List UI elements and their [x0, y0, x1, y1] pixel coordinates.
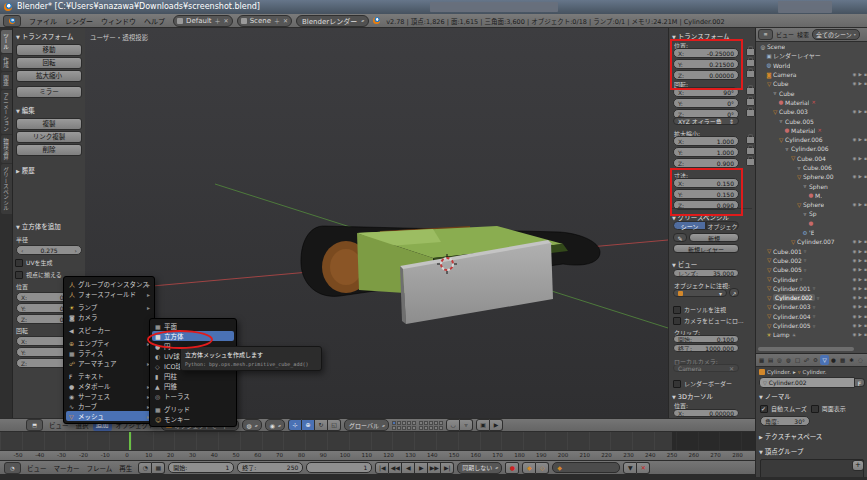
restriction-toggles[interactable]: ◉ ▶ ▪ [853, 249, 867, 254]
properties-tab[interactable]: ● [829, 355, 838, 365]
tool-shelf-tab[interactable]: ツール [1, 30, 12, 53]
lock-icon[interactable] [746, 158, 755, 166]
play-reverse-button[interactable]: ◀ [402, 462, 415, 474]
outliner-row[interactable]: ◎ Scene ✕ ◉ ▶ ▪ [756, 42, 867, 51]
next-keyframe-button[interactable]: ▶▶ [428, 462, 441, 474]
add-menu-item[interactable]: ▦ ラティス ▸ [66, 348, 152, 358]
timeline-menu[interactable]: マーカー [51, 463, 83, 473]
lens-field[interactable]: レンズ: 35.000 [673, 269, 739, 277]
tool-shelf-tab[interactable]: グリースペンシル [1, 164, 12, 214]
selectable-icon[interactable]: ▶ [858, 202, 861, 207]
lock-icon[interactable] [746, 70, 755, 78]
outliner-row[interactable]: ● ✕ ◉ ▶ ▪ [756, 219, 867, 228]
fake-user-button[interactable]: F [855, 378, 865, 387]
selectable-icon[interactable]: ▶ [858, 174, 861, 179]
eye-icon[interactable]: ◉ [853, 239, 857, 244]
selectable-icon[interactable]: ▶ [858, 239, 861, 244]
delete-keyframe-icon[interactable]: ✕ [637, 462, 650, 474]
properties-tab[interactable]: □ [793, 355, 802, 365]
outliner-row[interactable]: ▿ Sp ✕ ◉ ▶ ▪ [756, 209, 867, 218]
frame-end-field[interactable]: 終了: 250 [237, 462, 303, 473]
jump-to-start-button[interactable]: |◀ [375, 462, 389, 474]
tool-button[interactable]: 回転 [16, 57, 82, 69]
restriction-toggles[interactable]: ◉ ▶ ▪ [853, 304, 867, 309]
timeline-menu[interactable]: フレーム [84, 463, 116, 473]
preview-range-icon[interactable]: ◔ [138, 462, 152, 474]
layers-grid[interactable] [392, 421, 416, 430]
outliner-row[interactable]: ▽ Cube.004 ✕ ◉ ▶ ▪ [756, 154, 867, 163]
outliner-editor-icon[interactable]: ≡ [758, 29, 773, 40]
rotation-field[interactable]: Y:0° [673, 98, 739, 108]
scale-field[interactable]: X:1.000 [673, 136, 739, 146]
tool-button[interactable]: 削除 [16, 144, 82, 156]
play-button[interactable]: ▶ [415, 462, 428, 474]
outliner-row[interactable]: ▽ Cylinder.007 ✕ ◉ ▶ ▪ [756, 237, 867, 246]
keying-set-field[interactable]: ◆ [552, 462, 620, 473]
properties-tab[interactable]: ◌ [856, 355, 865, 365]
add-menu-item[interactable]: ∿ カーブ ▸ [66, 401, 152, 411]
selectable-icon[interactable]: ▶ [858, 81, 861, 86]
add-scene-icon[interactable]: ＋ [274, 16, 280, 25]
object-toggle[interactable]: オブジェクト [706, 221, 739, 230]
mesh-submenu-item[interactable]: ■ 立方体 [152, 331, 234, 341]
eye-icon[interactable]: ◉ [853, 295, 857, 300]
outliner-row[interactable]: ▿ Cube.005 ✕ ◉ ▶ ▪ [756, 116, 867, 125]
panel-header-transform[interactable]: ▼トランスフォーム [13, 28, 85, 43]
mesh-submenu-item[interactable]: ▦ グリッド [152, 404, 234, 414]
mesh-submenu-item[interactable]: ▦ 平面 [152, 321, 234, 331]
scale-field[interactable]: Z:0.900 [673, 158, 739, 168]
lock-icon[interactable] [746, 109, 755, 117]
outliner-row[interactable]: ☀ Lamp ☀ ✕ ◉ ▶ ▪ [756, 330, 867, 339]
outliner-row[interactable]: ▽ Cube.005 ▿ ✕ ◉ ▶ ▪ [756, 265, 867, 274]
selectable-icon[interactable]: ▶ [858, 323, 861, 328]
unlink-icon[interactable]: ✕ [817, 127, 821, 133]
outliner-row[interactable]: ● Material ✕ ◉ ▶ ▪ [756, 126, 867, 135]
restriction-toggles[interactable]: ◉ ▶ ▪ [853, 81, 867, 86]
restriction-toggles[interactable]: ◉ ▶ ▪ [853, 258, 867, 263]
restriction-toggles[interactable]: ◉ ▶ ▪ [853, 109, 867, 114]
frame-start-field[interactable]: 開始: 1 [168, 462, 234, 473]
lock-cursor-checkbox[interactable]: カーソルを注視 [673, 305, 726, 314]
tool-button[interactable]: ミラー [16, 86, 82, 98]
breadcrumb-object[interactable]: Cylinder. [767, 369, 791, 375]
menubar-menu[interactable]: レンダー [61, 16, 97, 26]
lock-icon[interactable] [746, 98, 755, 106]
generate-uv-checkbox[interactable]: UVを生成 [15, 258, 83, 267]
render-border-checkbox[interactable]: レンダーボーダー [673, 379, 732, 388]
add-screen-icon[interactable]: ＋ [215, 16, 221, 25]
restriction-toggles[interactable]: ◉ ▶ ▪ [853, 72, 867, 77]
restriction-toggles[interactable]: ◉ ▶ ▪ [853, 239, 867, 244]
outliner-scrollbar[interactable] [758, 347, 854, 351]
lock-icon[interactable] [746, 87, 755, 95]
rotate-manipulator-button[interactable]: ↻ [315, 419, 328, 431]
properties-tab[interactable]: ▽ [820, 355, 829, 365]
panel-header-add-cube[interactable]: ▼立方体を追加 [13, 218, 85, 233]
lock-icon[interactable] [746, 136, 755, 144]
add-vertex-group-button[interactable]: + [852, 460, 864, 471]
sync-mode-dropdown[interactable]: 同期しない [457, 462, 502, 474]
add-menu-item[interactable]: ☍ アーマチュア ▸ [66, 358, 152, 368]
outliner-filter-dropdown[interactable]: 全てのシーン [812, 29, 860, 40]
restriction-toggles[interactable]: ◉ ▶ ▪ [853, 137, 867, 142]
breadcrumb-data[interactable]: Cylinder. [803, 369, 827, 375]
restriction-toggles[interactable]: ◉ ▶ ▪ [853, 156, 867, 161]
add-menu-item[interactable]: 人 グループのインスタンス ▸ [66, 279, 152, 289]
outliner-row[interactable]: ▽ Cube.003 ✕ ◉ ▶ ▪ [756, 107, 867, 116]
add-menu-item[interactable]: F テキスト ▸ [66, 371, 152, 381]
timeline-editor-icon[interactable]: ◔ [4, 462, 21, 474]
eye-icon[interactable]: ◉ [853, 267, 857, 272]
datablock-name-field[interactable]: ▽ Cylinder.002 [759, 377, 855, 388]
mesh-submenu-item[interactable]: ☺ モンキー [152, 414, 234, 424]
selectable-icon[interactable]: ▶ [858, 156, 861, 161]
new-layer-button[interactable]: 新規レイヤー [673, 244, 739, 253]
outliner-row[interactable]: ▽ Sphere ✕ ◉ ▶ ▪ [756, 200, 867, 209]
outliner-row[interactable]: ⚙ 'E ✕ ◉ ▶ ▪ [756, 228, 867, 237]
timeline-track[interactable] [0, 432, 755, 450]
eye-icon[interactable]: ◉ [853, 277, 857, 282]
location-field[interactable]: Y:0.21500 [673, 59, 739, 69]
eye-icon[interactable]: ◉ [853, 174, 857, 179]
outliner-row[interactable]: ◙ Camera ✕ ◉ ▶ ▪ [756, 70, 867, 79]
menubar-menu[interactable]: ファイル [25, 16, 61, 26]
add-menu-item[interactable]: ⊕ エンプティ ▸ [66, 338, 152, 348]
rotation-field[interactable]: X:90° [673, 87, 739, 97]
